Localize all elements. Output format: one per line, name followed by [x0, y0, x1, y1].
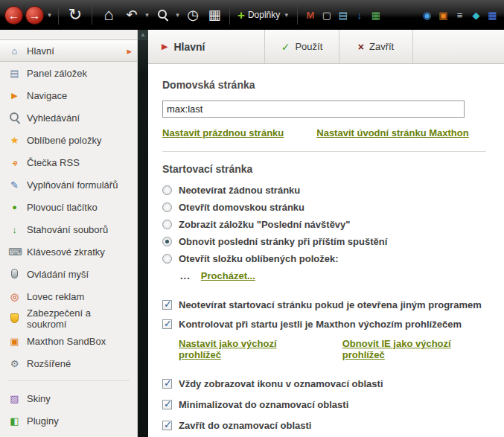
- restore-ie-default-link[interactable]: Obnovit IE jako výchozí prohlížeč: [342, 338, 486, 360]
- pencil-icon: ✎: [8, 180, 21, 190]
- star-icon: ★: [8, 135, 21, 145]
- addon-icon[interactable]: ▢: [319, 10, 334, 21]
- sidebar-scrollbar[interactable]: ▲: [138, 30, 148, 437]
- sidebar-item-vyplnovani-formularu[interactable]: ✎ Vyplňování formulářů: [0, 173, 137, 196]
- checkbox-control[interactable]: [162, 379, 172, 389]
- rss-icon: »: [9, 157, 19, 168]
- refresh-button[interactable]: ↻: [64, 5, 86, 25]
- tray-icon[interactable]: ◆: [469, 10, 483, 21]
- checkbox-check-default-browser[interactable]: Kontrolovat při startu jestli je Maxthon…: [162, 319, 486, 330]
- sidebar-item-label: Stahování souborů: [27, 224, 108, 235]
- checkbox-close-to-tray[interactable]: Zavřít do oznamovací oblasti: [162, 420, 486, 431]
- page-title-text: Hlavní: [173, 41, 205, 53]
- scroll-up-icon[interactable]: ▲: [138, 30, 148, 40]
- checkbox-control[interactable]: [162, 319, 172, 329]
- sidebar-item-plovouci-tlacitko[interactable]: ● Plovoucí tlačítko: [0, 196, 137, 218]
- checkbox-always-show-tray-icon[interactable]: Vždy zobrazovat ikonu v oznamovací oblas…: [162, 378, 486, 389]
- radio-control[interactable]: [162, 220, 172, 229]
- forward-button[interactable]: →: [25, 6, 44, 25]
- startup-heading: Startovací stránka: [162, 163, 486, 175]
- toolbar-separator: [58, 5, 59, 25]
- undo-dropdown-icon[interactable]: ▾: [144, 11, 150, 19]
- browse-link[interactable]: Procházet...: [201, 270, 255, 281]
- homepage-input[interactable]: [162, 101, 465, 118]
- sidebar-item-panel-zalozek[interactable]: ▤ Panel záložek: [0, 62, 137, 84]
- checkbox-label: Minimalizovat do oznamovací oblasti: [179, 399, 348, 410]
- sidebar-item-vyhledavani[interactable]: Vyhledávání: [0, 106, 137, 129]
- back-button[interactable]: ←: [4, 6, 23, 25]
- home-button[interactable]: ⌂: [98, 5, 120, 25]
- history-button[interactable]: ◷: [183, 7, 202, 23]
- tabs-grid-button[interactable]: ▦: [205, 7, 224, 23]
- addon-icon[interactable]: M: [303, 10, 317, 21]
- sidebar-item-label: Maxthon SandBox: [27, 336, 106, 347]
- sidebar-item-label: Pluginy: [27, 415, 59, 427]
- sidebar-item-ctecka-rss[interactable]: » Čtečka RSS: [0, 151, 137, 173]
- search-dropdown-icon[interactable]: ▾: [174, 11, 181, 19]
- set-maxthon-page-link[interactable]: Nastavit úvodní stránku Maxthon: [316, 127, 468, 138]
- shield-icon: [10, 313, 19, 323]
- close-icon: ×: [358, 41, 364, 53]
- sidebar-item-navigace[interactable]: ▶ Navigace: [0, 84, 137, 106]
- checkbox-control[interactable]: [162, 400, 172, 409]
- sidebar-item-label: Skiny: [27, 393, 51, 404]
- page-title: ▶ Hlavní: [148, 30, 264, 63]
- undo-button[interactable]: ↶: [122, 7, 141, 23]
- radio-restore-last-pages[interactable]: Obnovit poslední stránky při příštím spu…: [162, 236, 486, 247]
- close-button[interactable]: × Zavřít: [339, 30, 413, 63]
- addon-icon[interactable]: ▤: [336, 10, 350, 21]
- checkbox-no-startup-if-open[interactable]: Neotevírat startovací stránku pokud je o…: [162, 299, 486, 310]
- radio-control[interactable]: [162, 202, 172, 212]
- sidebar-divider: [7, 380, 130, 381]
- sidebar-item-klavesove-zkratky[interactable]: ⌨ Klávesové zkratky: [0, 240, 137, 263]
- settings-sidebar: ⌂ Hlavní ▸ ▤ Panel záložek ▶ Navigace Vy…: [0, 30, 138, 437]
- radio-last-visits-tab[interactable]: Zobrazit záložku "Poslední návštěvy": [162, 219, 486, 230]
- checkbox-control[interactable]: [162, 421, 172, 430]
- tray-icon[interactable]: ▣: [436, 10, 450, 21]
- sidebar-item-stahovani-souboru[interactable]: ↓ Stahování souborů: [0, 218, 137, 240]
- radio-open-homepage[interactable]: Otevřít domovskou stránku: [162, 202, 486, 213]
- set-default-browser-link[interactable]: Nastavit jako výchozí prohlížeč: [179, 338, 313, 360]
- checkbox-label: Zavřít do oznamovací oblasti: [179, 420, 311, 431]
- bookmarks-panel-icon: ▤: [8, 68, 21, 78]
- search-button[interactable]: [153, 7, 172, 23]
- sidebar-item-oblibene-polozky[interactable]: ★ Oblíbené položky: [0, 129, 137, 151]
- radio-no-page[interactable]: Neotevírat žádnou stránku: [162, 185, 486, 196]
- radio-control[interactable]: [162, 254, 172, 264]
- sidebar-item-skiny[interactable]: ▨ Skiny: [0, 387, 137, 409]
- tray-icon[interactable]: ▦: [485, 10, 500, 21]
- checkbox-minimize-to-tray[interactable]: Minimalizovat do oznamovací oblasti: [162, 399, 486, 410]
- addon-icon[interactable]: ↓: [352, 10, 366, 21]
- sidebar-item-label: Vyplňování formulářů: [27, 179, 118, 191]
- skins-icon: ▨: [8, 394, 21, 403]
- sidebar-item-hlavni[interactable]: ⌂ Hlavní ▸: [0, 39, 137, 62]
- sidebar-item-pluginy[interactable]: ◧ Pluginy: [0, 409, 137, 432]
- set-blank-page-link[interactable]: Nastavit prázdnou stránku: [162, 127, 284, 138]
- sidebar-item-sandbox[interactable]: ▣ Maxthon SandBox: [0, 330, 137, 352]
- search-icon: [10, 112, 19, 122]
- panel-header: ▶ Hlavní ✓ Použít × Zavřít: [148, 30, 504, 64]
- tray-icon[interactable]: ◉: [420, 10, 434, 21]
- floating-button-icon: ●: [8, 203, 21, 211]
- apply-button[interactable]: ✓ Použít: [264, 30, 339, 63]
- checkbox-control[interactable]: [162, 300, 172, 310]
- addons-label: Doplňky: [248, 10, 280, 20]
- sidebar-item-rozsirene[interactable]: ⚙ Rozšířené: [0, 352, 137, 374]
- tray-icon[interactable]: ≡: [453, 10, 467, 21]
- section-divider: [162, 151, 486, 152]
- settings-main-panel: ▶ Hlavní ✓ Použít × Zavřít Domovská strá…: [148, 30, 504, 437]
- sidebar-item-lovec-reklam[interactable]: ◎ Lovec reklam: [0, 285, 137, 307]
- radio-control[interactable]: [162, 185, 172, 195]
- radio-label: Zobrazit záložku "Poslední návštěvy": [179, 219, 351, 230]
- mouse-icon: [11, 269, 18, 278]
- sidebar-item-zabezpeceni[interactable]: Zabezpečení a soukromí: [0, 307, 137, 330]
- folder-ellipsis: ...: [180, 270, 191, 281]
- radio-control[interactable]: [162, 237, 172, 246]
- forward-dropdown-icon[interactable]: ▾: [46, 11, 53, 19]
- sidebar-item-label: Lovec reklam: [27, 291, 84, 302]
- addons-button[interactable]: + Doplňky ▾: [235, 9, 292, 22]
- radio-open-favorites-folder[interactable]: Otevřít složku oblíbených položek:: [162, 253, 486, 264]
- sidebar-item-ovladani-mysi[interactable]: Ovládání myší: [0, 263, 137, 285]
- addon-icon[interactable]: ▦: [369, 10, 383, 21]
- ad-hunter-icon: ◎: [8, 292, 21, 302]
